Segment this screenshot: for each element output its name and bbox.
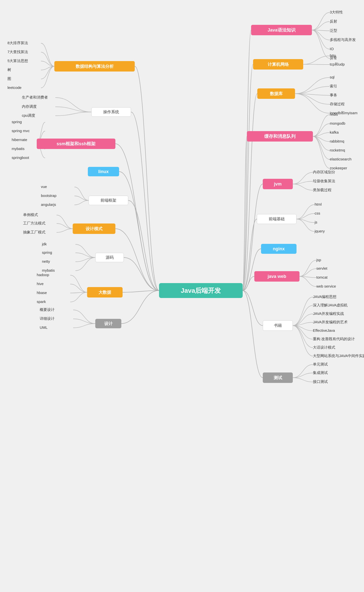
node-design: 设计 (95, 319, 121, 328)
leaf-ssm-51: spring (12, 120, 22, 124)
mindmap-container: Java后端开发Java语法知识计算机网络数据库缓存和消息队列jvm前端基础ng… (0, 0, 364, 592)
leaf-java_web-29: tomcat (316, 275, 328, 279)
leaf-database-9: 索引 (330, 84, 337, 89)
leaf-source_code-63: spring (42, 250, 52, 255)
leaf-database-10: 事务 (330, 93, 337, 98)
node-os: 操作系统 (91, 107, 131, 117)
leaf-test-41: 接口测试 (313, 379, 328, 384)
node-nginx: nginx (261, 244, 297, 254)
leaf-cache_mq-18: elasticsearch (330, 157, 352, 161)
leaf-ssm-54: mybatis (12, 147, 25, 151)
leaf-cache_mq-15: kafka (330, 130, 339, 134)
leaf-books-35: EffectiveJava (313, 328, 335, 333)
leaf-data_structure-43: 7大查找算法 (7, 50, 28, 54)
node-database: 数据库 (257, 88, 295, 99)
node-ssm: ssm框架和ssh框架 (37, 139, 115, 149)
node-cache_mq: 缓存和消息队列 (247, 131, 313, 142)
leaf-frontend_basic-23: html (315, 202, 322, 206)
leaf-source_code-64: netty (42, 259, 50, 263)
leaf-data_structure-45: 树 (7, 68, 11, 72)
leaf-cache_mq-13: redis (330, 112, 338, 116)
leaf-os-48: 生产者和消费者 (22, 95, 48, 100)
leaf-database-11: 存储过程 (330, 102, 345, 107)
leaf-source_code-62: jdk (42, 242, 47, 246)
leaf-source_code-65: mybatis (42, 268, 55, 272)
leaf-computer_network-7: tcp和udp (330, 62, 345, 67)
leaf-java_syntax-1: 反射 (330, 19, 337, 24)
leaf-java_syntax-3: 多线程与高并发 (330, 37, 356, 42)
leaf-frontend_frame-56: vue (41, 185, 47, 189)
leaf-test-39: 单元测试 (313, 362, 328, 367)
leaf-design-71: 详细设计 (40, 316, 55, 321)
leaf-design_pattern-60: 工厂方法模式 (23, 221, 45, 226)
leaf-cache_mq-14: mongodb (330, 121, 345, 125)
leaf-design-70: 概要设计 (40, 307, 55, 312)
node-jvm: jvm (263, 179, 293, 189)
leaf-design_pattern-61: 抽象工厂模式 (23, 230, 45, 235)
leaf-java_web-27: jsp (316, 258, 321, 262)
leaf-cache_mq-16: rabbitmq (330, 139, 344, 143)
leaf-books-32: 深入理解JAVA虚拟机 (313, 303, 348, 308)
leaf-jvm-22: 类加载过程 (313, 188, 331, 192)
node-java_syntax: Java语法知识 (251, 25, 312, 35)
node-frontend_frame: 前端框架 (89, 196, 128, 205)
leaf-os-50: cpu调度 (22, 113, 35, 118)
leaf-books-37: 大话设计模式 (313, 345, 335, 350)
leaf-java_syntax-2: 泛型 (330, 28, 337, 33)
node-data_structure: 数据结构与算法分析 (54, 61, 135, 72)
leaf-computer_network-6: http (330, 53, 336, 58)
node-computer_network: 计算机网络 (253, 59, 303, 70)
leaf-java_web-28: servlet (316, 266, 327, 270)
leaf-data_structure-42: 8大排序算法 (7, 41, 28, 45)
leaf-test-40: 集成测试 (313, 370, 328, 375)
leaf-data_structure-46: 图 (7, 76, 11, 81)
node-linux: linux (88, 167, 119, 176)
leaf-bigdata-67: hive (37, 282, 44, 286)
leaf-books-34: JAVA并发编程的艺术 (313, 320, 348, 325)
node-bigdata: 大数据 (87, 287, 123, 297)
node-design_pattern: 设计模式 (73, 223, 115, 234)
leaf-ssm-52: spring mvc (12, 129, 30, 133)
node-center: Java后端开发 (159, 283, 243, 298)
node-test: 测试 (263, 372, 293, 383)
leaf-java_syntax-4: IO (330, 47, 334, 51)
node-books: 书籍 (263, 320, 293, 331)
leaf-data_structure-44: 5大算法思想 (7, 59, 28, 63)
leaf-books-38: 大型网站系统与JAVA中间件实践 (313, 354, 364, 358)
leaf-database-8: sql (330, 75, 334, 79)
leaf-frontend_basic-24: css (315, 211, 320, 215)
leaf-jvm-20: 内存区域划分 (313, 170, 335, 175)
leaf-books-36: 重构 改善既有代码的设计 (313, 337, 355, 341)
leaf-frontend_frame-57: bootstrap (41, 193, 57, 198)
leaf-cache_mq-19: zookeeper (330, 166, 347, 170)
leaf-os-49: 内存调度 (22, 104, 37, 109)
node-source_code: 源码 (95, 253, 124, 262)
leaf-bigdata-68: hbase (37, 291, 47, 295)
leaf-java_syntax-0: 3大特性 (330, 10, 343, 15)
leaf-design-72: UML (40, 325, 48, 330)
node-frontend_basic: 前端基础 (257, 214, 297, 224)
leaf-jvm-21: 垃圾收集算法 (313, 179, 335, 184)
leaf-design_pattern-59: 单例模式 (23, 213, 38, 217)
leaf-books-33: JAVA并发编程实战 (313, 311, 344, 316)
leaf-bigdata-66: hadoop (37, 273, 49, 277)
leaf-ssm-55: springboot (12, 155, 29, 160)
leaf-frontend_basic-25: js (315, 220, 317, 224)
leaf-java_web-30: web service (316, 284, 336, 288)
node-java_web: java web (254, 271, 299, 282)
leaf-bigdata-69: spark (37, 299, 46, 304)
leaf-cache_mq-17: rocketmq (330, 148, 345, 152)
leaf-frontend_basic-26: jquery (315, 229, 325, 233)
leaf-data_structure-47: leetcode (7, 85, 22, 90)
leaf-frontend_frame-58: angularjs (41, 202, 56, 207)
leaf-books-31: JAVA编程思想 (313, 295, 336, 299)
leaf-ssm-53: hibernate (12, 138, 27, 142)
